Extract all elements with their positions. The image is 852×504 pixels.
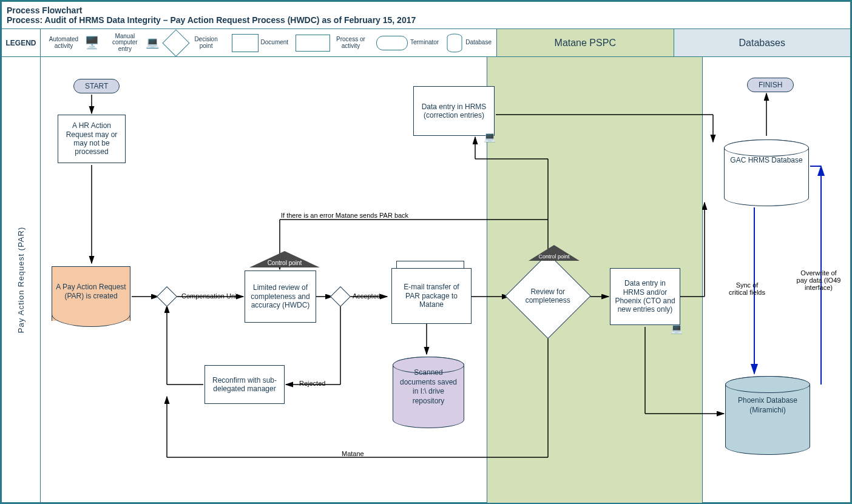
legend-process: Process or activity bbox=[296, 35, 369, 52]
diamond-icon bbox=[162, 29, 189, 56]
flowchart-container: Process Flowchart Process: Audit of HRMS… bbox=[0, 0, 852, 504]
legend-document: Document bbox=[232, 34, 289, 52]
legend-items: Automated activity 🖥️ Manual computer en… bbox=[41, 29, 497, 56]
lane-header-databases: Databases bbox=[674, 29, 851, 56]
email-transfer-doc: E-mail transfer of PAR package to Matane bbox=[391, 268, 463, 315]
label-matane: Matane bbox=[342, 450, 364, 457]
legend-terminator: Terminator bbox=[376, 36, 439, 50]
hr-action-box: A HR Action Request may or may not be pr… bbox=[58, 115, 126, 163]
legend-row: LEGEND Automated activity 🖥️ Manual comp… bbox=[2, 29, 850, 57]
document-icon bbox=[232, 34, 259, 52]
header: Process Flowchart Process: Audit of HRMS… bbox=[2, 2, 850, 29]
label-sync: Sync of critical fields bbox=[729, 281, 765, 296]
lane-header-matane: Matane PSPC bbox=[497, 29, 674, 56]
legend-label: LEGEND bbox=[2, 29, 41, 56]
label-overwrite: Overwrite of pay data (IO49 interface) bbox=[796, 269, 842, 291]
server-icon: 🖥️ bbox=[84, 36, 100, 49]
label-rejected: Rejected bbox=[299, 380, 325, 387]
process-icon bbox=[296, 35, 330, 52]
monitor-icon: 💻 bbox=[146, 37, 159, 49]
label-accepted: Accepted bbox=[353, 292, 380, 300]
legend-decision: Decision point bbox=[166, 33, 225, 53]
label-error-back: If there is an error Matane sends PAR ba… bbox=[281, 212, 408, 219]
limited-review-box: Limited review of completeness and accur… bbox=[245, 270, 316, 323]
gac-hrms-database: GAC HRMS Database bbox=[724, 139, 809, 206]
monitor-icon: 💻 bbox=[671, 323, 683, 332]
start-terminator: START bbox=[73, 79, 120, 93]
reconfirm-box: Reconfirm with sub-delegated manager bbox=[205, 365, 285, 404]
legend-automated: Automated activity 🖥️ bbox=[46, 36, 100, 49]
finish-terminator: FINISH bbox=[747, 78, 794, 92]
scanned-docs-db: Scanned documents saved in I:\ drive rep… bbox=[393, 357, 464, 428]
data-entry-hrms-box: Data entry in HRMS (correction entries) bbox=[413, 86, 495, 136]
legend-database: Database bbox=[446, 33, 492, 53]
title-line-2: Process: Audit of HRMS Data Integrity – … bbox=[7, 15, 845, 25]
label-comp-unit: Compensation Unit bbox=[181, 292, 238, 300]
database-icon bbox=[446, 33, 463, 53]
data-entry-phoenix-box: Data entry in HRMS and/or Phoenix (CTO a… bbox=[610, 268, 680, 325]
title-line-1: Process Flowchart bbox=[7, 5, 845, 15]
terminator-icon bbox=[376, 36, 408, 50]
par-created-doc: A Pay Action Request (PAR) is created bbox=[52, 266, 130, 321]
canvas: Pay Action Request (PAR) bbox=[2, 57, 850, 503]
phoenix-database: Phoenix Database (Miramichi) bbox=[725, 376, 810, 455]
monitor-icon: 💻 bbox=[484, 131, 496, 141]
legend-manual: Manual computer entry 💻 bbox=[107, 33, 159, 53]
